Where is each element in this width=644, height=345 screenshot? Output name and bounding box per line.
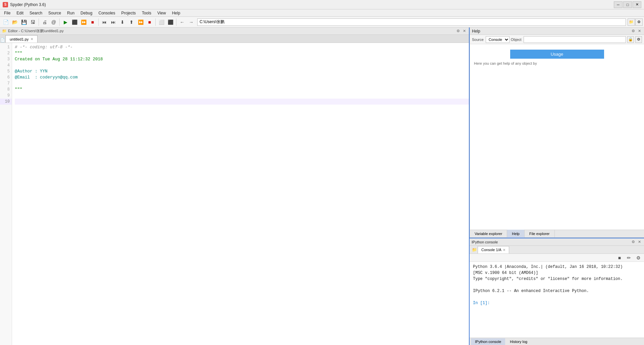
line-numbers: 1 2 3 4 5 6 7 8 9 10 [0, 43, 12, 345]
continue-btn[interactable]: ⏩ [136, 18, 145, 26]
new-tab-icon: 📄 [0, 37, 5, 43]
right-panels: Help ⚙ ✕ Source Console Editor Object 🔒 … [470, 27, 644, 345]
profile-btn[interactable]: ⬜ [157, 18, 166, 26]
editor-path: Editor - C:\Users\张鹏\untitled1.py [8, 28, 64, 34]
editor-tab-close[interactable]: ✕ [31, 37, 33, 41]
editor-tab-untitled1[interactable]: untitled1.py ✕ [5, 35, 38, 43]
save-all-btn[interactable]: 🖫 [29, 18, 37, 26]
tab-help[interactable]: Help [507, 230, 525, 238]
menu-source[interactable]: Source [46, 9, 64, 17]
console-edit-btn[interactable]: ✏ [625, 253, 633, 262]
run-btn[interactable]: ▶ [61, 18, 70, 26]
console-bottom-tabs: IPython console History log [470, 338, 644, 345]
line-num-9: 9 [0, 93, 12, 99]
title-bar: S Spyder (Python 3.6) ─ □ ✕ [0, 0, 644, 9]
step-into-btn[interactable]: ⬇ [118, 18, 127, 26]
help-close-btn[interactable]: ✕ [637, 28, 642, 34]
bottom-tab-ipython[interactable]: IPython console [471, 338, 505, 345]
console-tab-1[interactable]: Console 1/A ✕ [478, 246, 509, 253]
path-box: C:\Users\张鹏 [197, 18, 626, 26]
step-btn[interactable]: ⏭ [109, 18, 118, 26]
main-layout: 📁 Editor - C:\Users\张鹏\untitled1.py ⚙ ✕ … [0, 27, 644, 345]
source-select[interactable]: Console Editor [486, 36, 509, 43]
stop-btn[interactable]: ■ [88, 18, 97, 26]
bottom-tab-history[interactable]: History log [506, 338, 531, 345]
sep1 [39, 18, 39, 26]
minimize-button[interactable]: ─ [614, 1, 623, 8]
lint-btn[interactable]: ⬛ [166, 18, 175, 26]
editor-tab-bar: 📄 untitled1.py ✕ [0, 35, 469, 43]
console-line-1: Python 3.6.4 |Anaconda, Inc.| (default, … [473, 264, 641, 270]
code-line-8: """ [15, 87, 469, 93]
console-pane: IPython console ⚙ ✕ 📁 Console 1/A ✕ ■ ✏ … [470, 238, 644, 345]
editor-header-left: 📁 Editor - C:\Users\张鹏\untitled1.py [2, 28, 64, 34]
stop-debug-btn[interactable]: ■ [145, 18, 154, 26]
console-close-btn[interactable]: ✕ [637, 239, 642, 245]
back-nav-btn[interactable]: ← [178, 18, 186, 26]
open-file-btn[interactable]: 📂 [10, 18, 19, 26]
options-btn[interactable]: ⚙ [635, 18, 643, 26]
help-settings-btn[interactable]: ⚙ [635, 36, 642, 43]
console-header: IPython console ⚙ ✕ [470, 238, 644, 246]
print-btn[interactable]: 🖨 [40, 18, 49, 26]
browse-folder-btn[interactable]: 📁 [628, 18, 635, 26]
menu-projects[interactable]: Projects [119, 9, 139, 17]
menu-view[interactable]: View [155, 9, 169, 17]
line-num-10: 10 [0, 99, 12, 105]
help-options-btn[interactable]: ⚙ [631, 28, 636, 34]
run-file-btn[interactable]: ⬛ [70, 18, 79, 26]
console-line-5: IPython 6.2.1 -- An enhanced Interactive… [473, 288, 641, 294]
code-line-1: # -*- coding: utf-8 -*- [15, 44, 469, 50]
console-tab-1-close[interactable]: ✕ [503, 248, 505, 252]
console-options-btn[interactable]: ⚙ [631, 239, 636, 245]
sep5 [176, 18, 176, 26]
close-button[interactable]: ✕ [633, 1, 641, 8]
menu-run[interactable]: Run [64, 9, 77, 17]
line-num-4: 4 [0, 62, 12, 68]
console-line-4 [473, 282, 641, 288]
object-label: Object [511, 38, 522, 42]
new-console-btn[interactable]: 📁 [471, 246, 478, 253]
source-label: Source [472, 38, 484, 42]
sep4 [155, 18, 156, 26]
save-btn[interactable]: 💾 [19, 18, 28, 26]
app-icon: S [3, 2, 8, 7]
console-line-2: [MSC v.1900 64 bit (AMD64)] [473, 270, 641, 276]
maximize-button[interactable]: □ [623, 1, 632, 8]
code-content[interactable]: # -*- coding: utf-8 -*- """ Created on T… [12, 43, 469, 345]
editor-close-btn[interactable]: ✕ [462, 28, 467, 34]
new-file-btn[interactable]: 📄 [1, 18, 10, 26]
usage-button[interactable]: Usage [510, 50, 604, 59]
title-bar-left: S Spyder (Python 3.6) [3, 2, 46, 7]
help-toolbar: Source Console Editor Object 🔒 ⚙ [470, 35, 644, 44]
menu-help[interactable]: Help [169, 9, 183, 17]
menu-consoles[interactable]: Consoles [96, 9, 118, 17]
menu-edit[interactable]: Edit [14, 9, 26, 17]
menu-search[interactable]: Search [27, 9, 45, 17]
lock-btn[interactable]: 🔒 [627, 36, 634, 43]
editor-header: 📁 Editor - C:\Users\张鹏\untitled1.py ⚙ ✕ [0, 27, 469, 35]
menu-debug[interactable]: Debug [78, 9, 95, 17]
line-num-5: 5 [0, 68, 12, 74]
editor-options-btn[interactable]: ⚙ [455, 28, 461, 34]
line-num-3: 3 [0, 56, 12, 62]
debug-btn[interactable]: ⏮ [100, 18, 109, 26]
code-area[interactable]: 1 2 3 4 5 6 7 8 9 10 # -*- coding: utf-8… [0, 43, 469, 345]
object-input[interactable] [524, 36, 626, 43]
forward-nav-btn[interactable]: → [187, 18, 196, 26]
console-content[interactable]: Python 3.6.4 |Anaconda, Inc.| (default, … [470, 262, 644, 338]
at-btn[interactable]: @ [49, 18, 58, 26]
console-tab-bar: 📁 Console 1/A ✕ [470, 246, 644, 254]
window-controls: ─ □ ✕ [614, 1, 641, 8]
tab-variable-explorer[interactable]: Variable explorer [470, 230, 507, 238]
tab-file-explorer[interactable]: File explorer [525, 230, 555, 238]
console-settings-btn[interactable]: ⚙ [634, 253, 643, 262]
menu-tools[interactable]: Tools [139, 9, 154, 17]
code-line-10 [15, 99, 469, 105]
help-pane: Help ⚙ ✕ Source Console Editor Object 🔒 … [470, 27, 644, 238]
line-num-8: 8 [0, 87, 12, 93]
console-stop-btn[interactable]: ■ [615, 253, 624, 262]
run-sel-btn[interactable]: ⏩ [79, 18, 88, 26]
step-out-btn[interactable]: ⬆ [127, 18, 136, 26]
menu-file[interactable]: File [1, 9, 13, 17]
